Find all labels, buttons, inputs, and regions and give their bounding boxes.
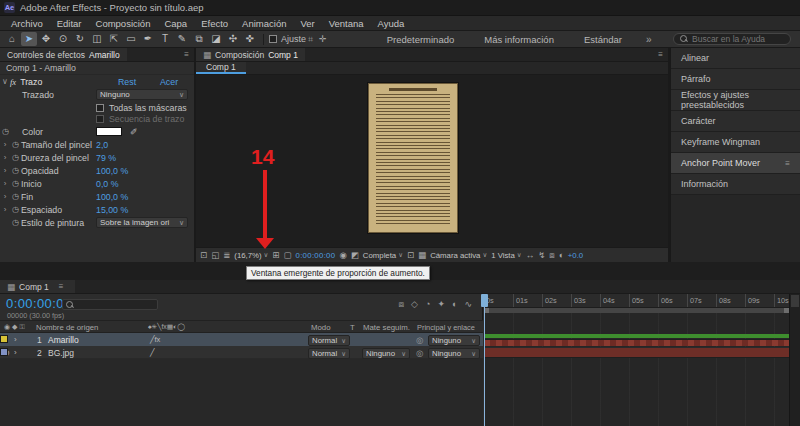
workspace-overflow-icon[interactable]: » (646, 34, 652, 45)
home-icon[interactable]: ⌂ (4, 32, 20, 46)
layer-row-amarillo[interactable]: › 1 Amarillo ╱fx Normal∨ ◎ Ninguno∨ (0, 333, 483, 346)
stopwatch-icon[interactable]: ◷ (10, 140, 21, 149)
expand-chevron-icon[interactable]: › (0, 140, 10, 149)
snap-checkbox[interactable] (269, 35, 277, 43)
snapshot-icon[interactable]: ◉ (339, 251, 346, 260)
blend-mode-select[interactable]: Normal∨ (308, 348, 350, 359)
menu-item[interactable]: Editar (50, 16, 89, 30)
expand-chevron-icon[interactable]: › (0, 192, 10, 201)
menu-item[interactable]: Efecto (194, 16, 235, 30)
brush-hardness-value[interactable]: 79 % (96, 153, 116, 163)
eyedropper-icon[interactable]: ✐ (130, 127, 138, 137)
brush-tool-icon[interactable]: ✎ (174, 32, 190, 46)
view-layout-icon[interactable]: ◱ (211, 251, 219, 260)
layer-switches[interactable]: ╱fx (150, 335, 160, 344)
help-search-box[interactable] (673, 33, 791, 45)
menu-item[interactable]: Ayuda (371, 16, 412, 30)
menu-item[interactable]: Composición (89, 16, 158, 30)
docked-panel-tab[interactable]: Keyframe Wingman ≡ (671, 132, 800, 153)
menu-item[interactable]: Archivo (4, 16, 50, 30)
graph-editor-icon[interactable]: ∿ (464, 299, 472, 310)
orbit-camera-tool-icon[interactable]: ↻ (72, 32, 88, 46)
menu-item[interactable]: Ventana (322, 16, 371, 30)
docked-panel-tab[interactable]: Carácter ≡ (671, 111, 800, 132)
adjust-exposure-icon[interactable]: ◐ (559, 251, 564, 260)
expand-chevron-icon[interactable]: › (0, 205, 10, 214)
blend-mode-select[interactable]: Normal∨ (308, 335, 350, 346)
about-effect-link[interactable]: Acer (160, 77, 178, 87)
snap-features-icon[interactable]: ✛ (319, 34, 327, 44)
column-track-matte[interactable]: Mate seguim. (363, 323, 410, 332)
selection-tool-icon[interactable]: ➤ (21, 32, 37, 46)
magnification-popup[interactable]: (16,7%) ∨ (234, 251, 268, 260)
stopwatch-icon[interactable]: ◷ (0, 127, 11, 136)
column-source-name[interactable]: Nombre de origen (36, 323, 98, 332)
transparency-grid-icon[interactable]: ▦ (418, 251, 426, 260)
track-matte-select[interactable]: Ninguno∨ (362, 348, 410, 359)
menu-item[interactable]: Capa (157, 16, 194, 30)
stopwatch-icon[interactable]: ◷ (10, 192, 21, 201)
timeline-empty-area[interactable] (0, 359, 483, 426)
preview-favor-icon[interactable]: ⊡ (200, 251, 207, 260)
roto-brush-tool-icon[interactable]: ✣ (225, 32, 241, 46)
stopwatch-icon[interactable]: ◷ (10, 218, 21, 227)
snap-edges-icon[interactable]: ⌗ (308, 34, 313, 45)
column-mode[interactable]: Modo (311, 323, 331, 332)
mask-visibility-icon[interactable]: ▢ (283, 251, 291, 260)
hand-tool-icon[interactable]: ✥ (38, 32, 54, 46)
eraser-tool-icon[interactable]: ◪ (208, 32, 224, 46)
expand-chevron-icon[interactable]: › (0, 166, 10, 175)
region-of-interest-icon[interactable]: ⊡ (407, 251, 414, 260)
comp-mini-flowchart-icon[interactable]: ⧈ (398, 299, 404, 310)
panel-menu-icon[interactable]: ≡ (785, 159, 790, 168)
column-parent-link[interactable]: Principal y enlace (417, 323, 475, 332)
pixel-aspect-icon[interactable]: ↔ (526, 251, 535, 260)
pan-behind-tool-icon[interactable]: ⇱ (106, 32, 122, 46)
playhead-grabber[interactable] (481, 294, 488, 307)
help-search-input[interactable] (692, 34, 800, 44)
panel-menu-icon[interactable]: ≡ (184, 50, 189, 59)
workspace-tab[interactable]: Estándar (584, 34, 622, 45)
collapse-effect-icon[interactable]: ∨ (0, 77, 10, 86)
timeline-track-area[interactable]: 0s01s02s03s04s05s06s07s08s09s10s (484, 294, 800, 426)
path-select[interactable]: Ninguno ∨ (96, 89, 188, 100)
color-swatch[interactable] (96, 127, 122, 136)
layer-name[interactable]: BG.jpg (48, 348, 74, 358)
panel-menu-icon[interactable]: ≡ (658, 50, 663, 59)
effect-name[interactable]: Trazo (20, 77, 42, 87)
workspace-tab[interactable]: Más información (484, 34, 554, 45)
camera-tool-icon[interactable]: ◫ (89, 32, 105, 46)
zoom-tool-icon[interactable]: ⊙ (55, 32, 71, 46)
panel-menu-icon[interactable]: ≡ (59, 282, 64, 291)
show-channels-icon[interactable]: ◩ (351, 251, 359, 260)
stopwatch-icon[interactable]: ◷ (10, 179, 21, 188)
layer-switches[interactable]: ╱ (150, 348, 155, 357)
expand-chevron-icon[interactable]: › (14, 348, 17, 357)
pen-tool-icon[interactable]: ✒ (140, 32, 156, 46)
layer-row-bg[interactable]: ◉ › 2 BG.jpg ╱ Normal∨ Ninguno∨ ◎ Ningun… (0, 346, 483, 359)
shape-tool-icon[interactable]: ▭ (123, 32, 139, 46)
layer-duration-bar-amarillo[interactable] (484, 339, 789, 346)
parent-pickwhip-icon[interactable]: ◎ (416, 335, 423, 345)
label-color-swatch[interactable] (0, 348, 8, 356)
exposure-value[interactable]: +0.0 (568, 251, 583, 260)
workspace-tab[interactable]: Predeterminado (387, 34, 455, 45)
choose-grid-guides-icon[interactable]: ⊞ (272, 251, 279, 260)
motion-blur-icon[interactable]: ◐ (452, 299, 457, 310)
layer-name[interactable]: Amarillo (48, 335, 79, 345)
hide-shy-layers-icon[interactable]: ◔ (425, 299, 430, 310)
docked-panel-tab[interactable]: Información ≡ (671, 174, 800, 195)
timeline-scrollbar[interactable] (789, 294, 800, 426)
timeline-search-box[interactable] (62, 299, 158, 310)
layer-duration-bar-bg[interactable] (484, 347, 789, 358)
viewer-tab-comp1[interactable]: Comp 1 (196, 62, 246, 74)
docked-panel-tab[interactable]: Párrafo ≡ (671, 69, 800, 90)
draft-3d-icon[interactable]: ◇ (411, 299, 418, 310)
guides-options-icon[interactable]: ≣ (223, 251, 230, 260)
fast-previews-icon[interactable]: ↯ (538, 251, 545, 260)
playhead-line[interactable] (484, 294, 485, 426)
tab-composition[interactable]: ▦ Composición Comp 1 (196, 48, 305, 61)
brush-size-value[interactable]: 2,0 (96, 140, 108, 150)
expand-chevron-icon[interactable]: › (0, 153, 10, 162)
start-value[interactable]: 0,0 % (96, 179, 119, 189)
